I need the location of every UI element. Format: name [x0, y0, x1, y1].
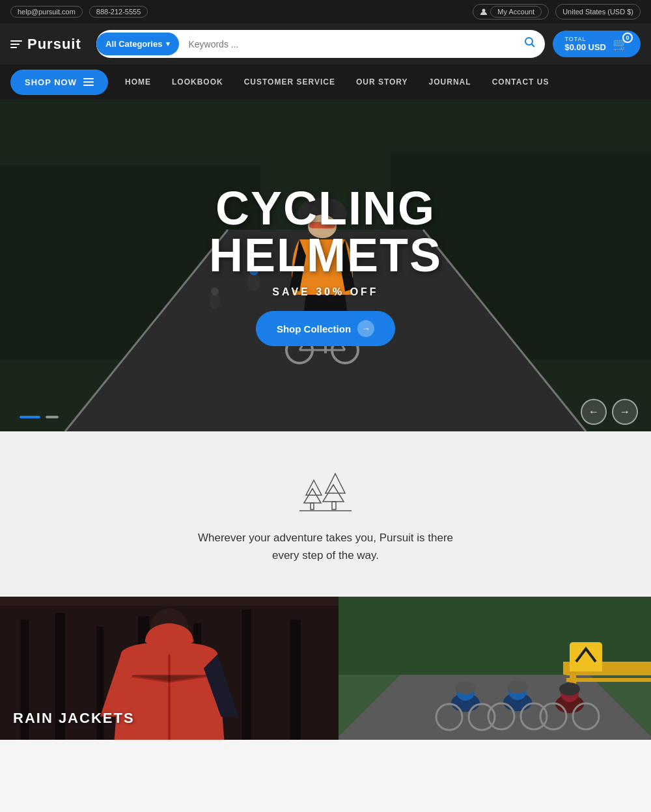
nav-links: HOME LOOKBOOK CUSTOMER SERVICE OUR STORY…: [115, 64, 641, 100]
logo[interactable]: Pursuit: [10, 36, 89, 53]
svg-marker-25: [326, 474, 345, 493]
svg-point-0: [482, 9, 486, 12]
svg-rect-40: [242, 610, 251, 740]
arrow-icon: →: [357, 320, 374, 337]
shop-collection-button[interactable]: Shop Collection →: [256, 311, 395, 346]
search-icon: [524, 36, 536, 48]
shop-collection-label: Shop Collection: [277, 323, 351, 334]
svg-rect-41: [290, 620, 301, 740]
svg-point-58: [507, 681, 528, 694]
rain-jackets-label: RAIN JACKETS: [13, 710, 135, 727]
hero-subtitle: SAVE 30% OFF: [209, 286, 442, 298]
nav-contact-us[interactable]: CONTACT US: [482, 64, 560, 100]
svg-rect-51: [566, 671, 651, 675]
tagline: Wherever your adventure takes you, Pursu…: [195, 529, 456, 564]
slider-dot-2[interactable]: [46, 416, 59, 418]
svg-rect-27: [332, 502, 336, 509]
svg-point-55: [559, 683, 580, 696]
nav-customer-service[interactable]: CUSTOMER SERVICE: [234, 64, 346, 100]
rain-jackets-item[interactable]: RAIN JACKETS: [0, 597, 339, 740]
phone-contact[interactable]: 888-212-5555: [89, 6, 148, 18]
hero-title-line2: HELMETS: [209, 232, 442, 278]
my-account-btn[interactable]: My Account: [473, 4, 549, 20]
top-bar: help@pursuit.com 888-212-5555 My Account…: [0, 0, 651, 23]
email-contact[interactable]: help@pursuit.com: [10, 6, 83, 18]
hero-content: CYCLING HELMETS SAVE 30% OFF Shop Collec…: [209, 185, 442, 346]
cycling-item[interactable]: [339, 597, 651, 740]
slider-dot-1[interactable]: [20, 416, 40, 418]
main-nav: SHOP NOW HOME LOOKBOOK CUSTOMER SERVICE …: [0, 64, 651, 100]
slider-dots: [20, 416, 59, 418]
cart-badge: 0: [622, 33, 633, 43]
shop-now-label: SHOP NOW: [25, 77, 77, 87]
svg-rect-30: [311, 503, 314, 509]
currency-selector[interactable]: United States (USD $): [555, 4, 641, 20]
logo-lines-icon: [10, 40, 22, 48]
shop-now-button[interactable]: SHOP NOW: [10, 70, 108, 95]
cart-section[interactable]: TOTAL $0.00 USD 🛒 0: [553, 31, 641, 57]
logo-text: Pursuit: [27, 36, 81, 53]
top-bar-left: help@pursuit.com 888-212-5555: [10, 6, 148, 18]
cart-total-info: TOTAL $0.00 USD: [564, 36, 606, 52]
category-label: All Categories: [105, 39, 162, 49]
search-bar: Pursuit All Categories TOTAL $0.00 USD 🛒…: [0, 23, 651, 64]
nav-journal[interactable]: JOURNAL: [419, 64, 482, 100]
nav-our-story[interactable]: OUR STORY: [346, 64, 419, 100]
category-dropdown[interactable]: All Categories: [96, 33, 179, 55]
middle-section: Wherever your adventure takes you, Pursu…: [0, 431, 651, 597]
user-icon: [480, 8, 488, 16]
cyclists-image: [339, 597, 651, 740]
prev-slide-button[interactable]: ←: [581, 399, 607, 425]
nav-home[interactable]: HOME: [115, 64, 161, 100]
hero-title-line1: CYCLING: [209, 185, 442, 232]
cart-icon-wrapper: 🛒 0: [613, 36, 629, 52]
search-button[interactable]: [515, 30, 545, 58]
nav-lookbook[interactable]: LOOKBOOK: [161, 64, 234, 100]
logo-line-2: [10, 44, 20, 45]
hamburger-icon: [83, 78, 94, 86]
hero-banner: CYCLING HELMETS SAVE 30% OFF Shop Collec…: [0, 100, 651, 431]
svg-point-61: [455, 681, 476, 694]
logo-line-3: [10, 47, 17, 48]
cart-total-label: TOTAL: [564, 36, 606, 42]
search-input[interactable]: [179, 33, 515, 56]
svg-line-2: [532, 44, 535, 47]
tree-icon: [299, 470, 352, 516]
bottom-grid: RAIN JACKETS: [0, 597, 651, 740]
cart-total-amount: $0.00 USD: [564, 42, 606, 52]
slider-arrows: ← →: [581, 399, 638, 425]
svg-marker-29: [304, 489, 321, 503]
svg-point-1: [525, 38, 533, 45]
logo-line-1: [10, 40, 22, 42]
search-input-wrapper: All Categories: [96, 30, 545, 58]
svg-marker-28: [306, 480, 322, 495]
next-slide-button[interactable]: →: [612, 399, 638, 425]
svg-rect-52: [566, 678, 651, 682]
hero-title: CYCLING HELMETS: [209, 185, 442, 278]
top-bar-right: My Account United States (USD $): [473, 4, 641, 20]
